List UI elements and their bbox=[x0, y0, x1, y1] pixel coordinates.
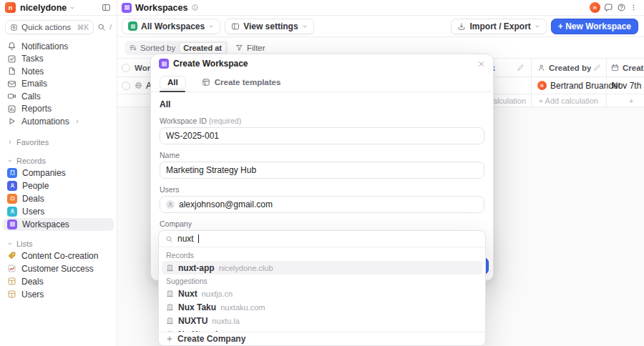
sidebar-item-label: Tasks bbox=[21, 54, 44, 64]
field-users: Users alexjohnson@gmail.com bbox=[160, 185, 484, 213]
company-option[interactable]: Nux Taku nuxtaku.com bbox=[162, 300, 482, 314]
select-all-checkbox[interactable] bbox=[122, 59, 130, 76]
workspace-switcher[interactable]: n nicelydone bbox=[0, 0, 117, 16]
filter-button[interactable]: Filter bbox=[235, 44, 265, 52]
column-header-created-by[interactable]: Created by bbox=[549, 64, 591, 72]
chart-icon bbox=[7, 104, 16, 114]
sidebar-item-label: Reports bbox=[21, 104, 52, 114]
sidebar-item-customer-success[interactable]: Customer Success bbox=[3, 262, 114, 275]
sidebar-item-label: Customer Success bbox=[21, 264, 94, 274]
sidebar-item-workspaces[interactable]: Workspaces bbox=[3, 218, 114, 231]
chevron-right-icon bbox=[7, 139, 13, 145]
import-icon bbox=[457, 22, 466, 31]
company-option[interactable]: NUXTU nuxtu.la bbox=[162, 314, 482, 327]
note-icon bbox=[7, 66, 16, 76]
field-workspace-id: Workspace ID (required) WS-2025-001 bbox=[160, 117, 484, 144]
search-icon bbox=[165, 235, 173, 243]
import-export-button[interactable]: Import / Export bbox=[451, 19, 546, 34]
new-workspace-label: + New Workspace bbox=[558, 21, 631, 31]
grid-icon bbox=[7, 219, 17, 229]
building-icon bbox=[166, 317, 174, 325]
quick-actions-shortcut: ⌘K bbox=[77, 24, 89, 31]
sidebar-item-label: Users bbox=[21, 290, 44, 300]
search-query: nuxt bbox=[177, 234, 194, 244]
sidebar-item-companies[interactable]: Companies bbox=[3, 167, 114, 179]
sidebar-item-notifications[interactable]: Notifications bbox=[3, 40, 114, 53]
sidebar-item-label: Users bbox=[22, 207, 44, 217]
sidebar-item-notes[interactable]: Notes bbox=[3, 65, 114, 78]
records-section-header[interactable]: Records bbox=[0, 155, 117, 167]
sidebar-item-tasks[interactable]: Tasks bbox=[3, 53, 114, 66]
company-results-list: Records nuxt-app nicelydone.club Suggest… bbox=[159, 247, 485, 332]
field-name: Name Marketing Strategy Hub bbox=[160, 151, 484, 179]
row-checkbox[interactable] bbox=[122, 77, 130, 94]
company-option[interactable]: nuxt-app nicelydone.club bbox=[162, 261, 482, 275]
sidebar-toggle-icon[interactable] bbox=[102, 3, 111, 12]
import-export-label: Import / Export bbox=[469, 21, 530, 31]
page-header: Workspaces n bbox=[117, 0, 644, 16]
table-icon bbox=[7, 290, 16, 299]
view-toolbar: All Workspaces View settings Import / Ex… bbox=[117, 16, 644, 37]
sidebar-item-deals-list[interactable]: Deals bbox=[3, 275, 114, 288]
person-icon bbox=[7, 181, 17, 191]
sidebar-item-users-list[interactable]: Users bbox=[3, 288, 114, 301]
company-search-input[interactable]: nuxt bbox=[159, 231, 485, 247]
info-icon[interactable] bbox=[191, 4, 199, 11]
building-icon bbox=[166, 264, 174, 272]
search-icon[interactable] bbox=[97, 23, 106, 31]
chat-icon[interactable] bbox=[604, 3, 613, 12]
sidebar-item-label: Calls bbox=[21, 92, 41, 102]
sort-button[interactable]: Sorted by Created at bbox=[125, 41, 228, 55]
quick-actions-button[interactable]: Quick actions ⌘K bbox=[5, 20, 94, 34]
sidebar-item-automations[interactable]: Automations bbox=[3, 115, 114, 128]
filter-label: Filter bbox=[247, 44, 265, 52]
tab-all[interactable]: All bbox=[160, 76, 186, 89]
close-icon[interactable] bbox=[477, 60, 485, 68]
create-company-button[interactable]: Create Company bbox=[159, 332, 485, 345]
sidebar-item-reports[interactable]: Reports bbox=[3, 103, 114, 116]
company-option[interactable]: Nuxt nuxtjs.cn bbox=[162, 287, 482, 300]
add-calculation-plus-button[interactable]: + bbox=[629, 97, 633, 105]
new-workspace-button[interactable]: + New Workspace bbox=[551, 19, 638, 34]
name-input[interactable]: Marketing Strategy Hub bbox=[160, 162, 484, 179]
building-icon bbox=[166, 290, 174, 297]
sidebar-item-emails[interactable]: Emails bbox=[3, 78, 114, 91]
modal-header: Create Workspace bbox=[151, 54, 493, 73]
sidebar-item-users[interactable]: Users bbox=[3, 205, 114, 218]
sidebar-item-content-cocreation[interactable]: Content Co-creation bbox=[3, 249, 114, 262]
active-tab-underline bbox=[160, 91, 185, 92]
view-settings-button[interactable]: View settings bbox=[225, 19, 313, 34]
sidebar-item-deals[interactable]: Deals bbox=[3, 192, 114, 205]
lists-section-header[interactable]: Lists bbox=[0, 238, 117, 249]
sidebar-item-people[interactable]: People bbox=[3, 179, 114, 192]
modal-title: Create Workspace bbox=[173, 59, 473, 69]
edit-column-icon[interactable] bbox=[517, 59, 525, 76]
column-header-created-at[interactable]: Created at bbox=[623, 64, 644, 72]
sorted-by-label: Sorted by bbox=[140, 44, 175, 52]
user-avatar[interactable]: n bbox=[590, 2, 600, 13]
kebab-menu-icon[interactable] bbox=[630, 3, 638, 12]
view-grid-icon bbox=[128, 21, 137, 31]
workspace-id-input[interactable]: WS-2025-001 bbox=[160, 127, 484, 144]
chevron-down-icon bbox=[69, 5, 75, 11]
tab-create-templates[interactable]: Create templates bbox=[202, 78, 281, 86]
chevron-right-icon bbox=[74, 119, 80, 124]
sidebar-item-calls[interactable]: Calls bbox=[3, 90, 114, 103]
deal-icon bbox=[7, 194, 17, 204]
favorites-section-header[interactable]: Favorites bbox=[0, 137, 117, 148]
chevron-down-icon bbox=[535, 24, 540, 29]
help-icon[interactable] bbox=[617, 3, 626, 12]
company-search-popover: nuxt Records nuxt-app nicelydone.club Su… bbox=[158, 230, 486, 346]
edit-column-icon[interactable] bbox=[593, 59, 601, 76]
sort-icon bbox=[129, 44, 137, 51]
add-calculation-button[interactable]: + Add calculation bbox=[539, 97, 598, 105]
task-check-icon bbox=[7, 54, 16, 64]
view-selector-button[interactable]: All Workspaces bbox=[122, 19, 220, 34]
sidebar-item-label: Notes bbox=[21, 66, 44, 76]
users-input[interactable]: alexjohnson@gmail.com bbox=[160, 196, 484, 213]
sidebar-item-label: Notifications bbox=[21, 41, 68, 51]
sort-field-chip[interactable]: Created at bbox=[179, 42, 226, 54]
table-icon bbox=[7, 277, 16, 286]
brand-logo-icon: n bbox=[5, 2, 16, 13]
page-title: Workspaces bbox=[135, 3, 187, 13]
